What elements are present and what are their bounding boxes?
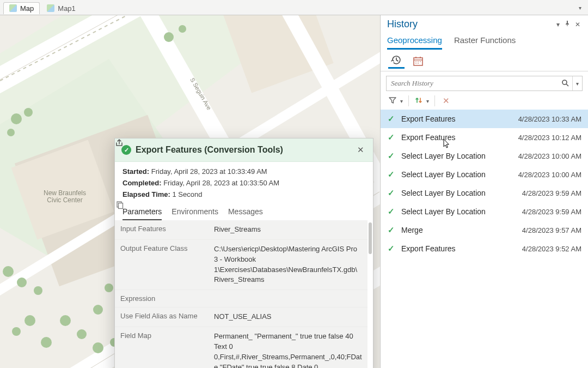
history-item-label: Export Features (401, 133, 513, 142)
svg-point-7 (24, 108, 33, 117)
success-icon: ✓ (386, 188, 396, 198)
popup-tabs: Parameters Environments Messages (115, 201, 373, 220)
map-view[interactable]: New BraunfelsCivic Center S Seguin Ave ✓… (0, 15, 380, 368)
parameters-table: Input FeaturesRiver_Streams Output Featu… (115, 220, 373, 368)
tab-messages[interactable]: Messages (228, 204, 263, 220)
param-value (209, 290, 367, 307)
history-search-input[interactable] (387, 76, 558, 91)
close-icon[interactable]: ✕ (355, 144, 366, 156)
tab-parameters[interactable]: Parameters (122, 204, 162, 220)
history-item[interactable]: ✓ Export Features 4/28/2023 9:52 AM (381, 239, 588, 258)
history-title-bar: History ▾ ✕ (381, 15, 588, 31)
svg-line-35 (566, 84, 568, 86)
tab-raster-functions[interactable]: Raster Functions (454, 32, 516, 50)
param-key: Input Features (115, 220, 209, 239)
svg-point-9 (3, 266, 14, 277)
success-icon: ✓ (386, 170, 396, 179)
history-list[interactable]: ✓ Export Features 4/28/2023 10:33 AM ✓ E… (381, 110, 588, 368)
filter-chevron-down-icon[interactable]: ▾ (400, 98, 403, 104)
param-value: NOT_USE_ALIAS (209, 307, 367, 327)
history-item[interactable]: ✓ Select Layer By Location 4/28/2023 9:5… (381, 202, 588, 221)
history-item-timestamp: 4/28/2023 10:33 AM (518, 115, 581, 123)
success-icon: ✓ (386, 244, 396, 254)
sort-icon[interactable] (414, 96, 423, 106)
tabstrip-chevron-down-icon[interactable]: ▾ (575, 5, 585, 11)
svg-point-19 (93, 305, 103, 315)
map-label-civic-center: New BraunfelsCivic Center (44, 190, 86, 204)
sort-chevron-down-icon[interactable]: ▾ (426, 98, 429, 104)
success-icon: ✓ (386, 114, 396, 124)
history-item[interactable]: ✓ Select Layer By Location 4/28/2023 10:… (381, 147, 588, 165)
history-panel: History ▾ ✕ Geoprocessing Raster Functio… (380, 15, 588, 368)
history-view-modes (381, 50, 588, 71)
history-item-timestamp: 4/28/2023 9:52 AM (522, 245, 581, 253)
history-item[interactable]: ✓ Export Features 4/28/2023 10:33 AM (381, 110, 588, 128)
param-key: Expression (115, 290, 209, 307)
history-item-label: Export Features (401, 244, 517, 253)
svg-point-20 (105, 283, 113, 292)
history-item-timestamp: 4/28/2023 9:57 AM (522, 226, 581, 234)
divider (408, 95, 409, 106)
param-value: River_Streams (209, 220, 367, 239)
pin-icon[interactable] (562, 20, 573, 28)
history-mode-calendar-icon[interactable] (410, 54, 426, 68)
map-tabstrip: Map Map1 ▾ (0, 0, 588, 15)
history-item[interactable]: ✓ Merge 4/28/2023 9:57 AM (381, 221, 588, 239)
svg-point-14 (41, 337, 52, 348)
popup-header: ✓ Export Features (Conversion Tools) ✕ (115, 138, 373, 162)
history-item-timestamp: 4/28/2023 9:59 AM (522, 189, 581, 197)
svg-point-12 (24, 315, 35, 326)
history-item[interactable]: ✓ Export Features 4/28/2023 10:12 AM (381, 128, 588, 147)
filter-icon[interactable] (388, 96, 397, 106)
scrollbar[interactable] (369, 222, 372, 254)
map-icon (47, 4, 54, 12)
search-chevron-down-icon[interactable]: ▾ (572, 76, 582, 91)
history-item-label: Export Features (401, 114, 513, 123)
history-tabs: Geoprocessing Raster Functions (381, 31, 588, 50)
svg-point-17 (93, 342, 103, 353)
chevron-down-icon[interactable]: ▾ (554, 21, 562, 28)
history-item-label: Merge (401, 226, 517, 234)
svg-point-6 (11, 113, 22, 124)
tab-map[interactable]: Map (3, 2, 40, 14)
close-icon[interactable]: ✕ (573, 21, 583, 28)
history-title: History (387, 19, 418, 30)
param-key: Use Field Alias as Name (115, 307, 209, 327)
history-item-label: Select Layer By Location (401, 207, 517, 216)
clear-filter-icon[interactable]: ✕ (440, 96, 452, 106)
history-item-timestamp: 4/28/2023 9:59 AM (522, 208, 581, 216)
history-filter-bar: ▾ ▾ ✕ (381, 95, 588, 110)
param-key: Output Feature Class (115, 240, 209, 289)
divider (434, 95, 435, 106)
share-icon[interactable] (346, 149, 351, 151)
parameters-scroll[interactable]: Input FeaturesRiver_Streams Output Featu… (115, 220, 367, 368)
svg-point-21 (164, 32, 174, 42)
history-mode-recent-icon[interactable] (388, 53, 405, 69)
tab-map-label: Map (20, 4, 34, 13)
svg-point-8 (7, 129, 15, 136)
tab-map1[interactable]: Map1 (41, 2, 82, 14)
success-icon: ✓ (386, 207, 396, 216)
param-key: Field Map (115, 327, 209, 368)
tab-map1-label: Map1 (58, 4, 76, 13)
svg-point-34 (562, 80, 567, 85)
success-icon: ✓ (386, 132, 396, 142)
history-search: ▾ (386, 76, 583, 91)
svg-point-13 (12, 327, 21, 336)
search-icon[interactable] (558, 79, 572, 88)
history-item-label: Select Layer By Location (401, 189, 517, 197)
svg-point-10 (17, 277, 27, 287)
param-value: Permanent_ "Permanent_" true true false … (209, 327, 367, 368)
tab-geoprocessing[interactable]: Geoprocessing (387, 32, 442, 50)
history-item-label: Select Layer By Location (401, 170, 513, 179)
history-item-timestamp: 4/28/2023 10:12 AM (518, 134, 581, 142)
gp-result-popup: ✓ Export Features (Conversion Tools) ✕ S… (114, 138, 373, 368)
tab-environments[interactable]: Environments (171, 204, 218, 220)
map-icon (9, 4, 17, 12)
param-value: C:\Users\ericp\Desktop\Mastering ArcGIS … (209, 240, 367, 289)
history-item[interactable]: ✓ Select Layer By Location 4/28/2023 10:… (381, 165, 588, 184)
history-item[interactable]: ✓ Select Layer By Location 4/28/2023 9:5… (381, 184, 588, 202)
history-item-timestamp: 4/28/2023 10:00 AM (518, 171, 581, 179)
svg-point-16 (77, 329, 87, 339)
popup-title: Export Features (Conversion Tools) (136, 145, 283, 155)
